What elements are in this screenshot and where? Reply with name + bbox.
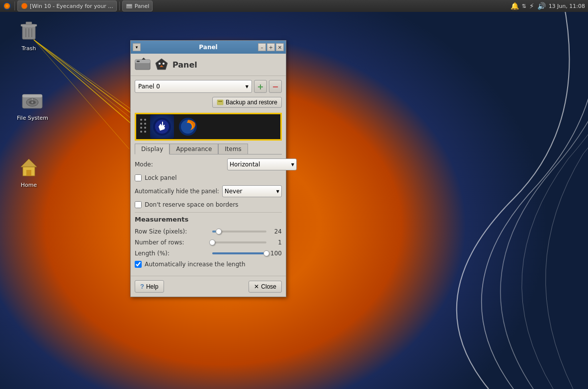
trash-icon-label: Trash — [21, 45, 36, 52]
lock-panel-row: Lock panel — [135, 174, 282, 181]
tab-appearance-label: Appearance — [176, 146, 212, 153]
mode-row: Mode: Horizontal ▼ — [135, 158, 282, 170]
autohide-row: Automatically hide the panel: Never ▼ — [135, 185, 282, 197]
svg-point-38 — [140, 119, 142, 121]
svg-point-44 — [140, 131, 142, 133]
autohide-value: Never — [225, 188, 243, 195]
network-icon[interactable]: ⇅ — [522, 3, 526, 9]
reserve-space-row: Don't reserve space on borders — [135, 201, 282, 208]
mode-label: Mode: — [135, 161, 224, 168]
tab-items[interactable]: Items — [218, 144, 248, 154]
mode-dropdown[interactable]: Horizontal ▼ — [227, 158, 297, 170]
panel-preview — [135, 113, 282, 141]
taskbar-window-panel-title: Panel — [135, 3, 150, 9]
taskbar-window-panel[interactable]: Panel — [122, 0, 153, 11]
svg-point-43 — [144, 127, 146, 129]
svg-point-23 — [31, 101, 33, 103]
svg-point-34 — [163, 63, 165, 65]
length-fill — [212, 252, 266, 254]
mode-value: Horizontal — [230, 161, 260, 168]
length-thumb[interactable] — [263, 250, 269, 256]
panel-add-button[interactable]: + — [254, 80, 267, 93]
svg-point-50 — [184, 123, 192, 131]
dialog-footer: ? Help ✕ Close — [131, 276, 286, 297]
panel-selector-arrow: ▼ — [246, 84, 249, 89]
panel-dialog: ▾ Panel – + ✕ — [130, 40, 286, 297]
desktop: [Win 10 - Eyecandy for your ... Panel 🔔 … — [0, 0, 588, 389]
dialog-header: Panel — [131, 54, 286, 76]
length-value: 100 — [269, 250, 282, 257]
svg-point-33 — [159, 63, 161, 65]
measurements-header: Measurements — [135, 216, 282, 223]
auto-length-checkbox[interactable] — [135, 261, 142, 268]
tab-appearance[interactable]: Appearance — [169, 144, 218, 154]
help-icon: ? — [140, 283, 144, 290]
desktop-icon-home[interactable]: Home — [15, 154, 43, 190]
svg-point-39 — [144, 119, 146, 121]
preview-grid-icon — [138, 115, 148, 139]
row-size-row: Row Size (pixels): 24 — [135, 228, 282, 235]
backup-restore-button[interactable]: Backup and restore — [212, 97, 282, 108]
dialog-menu-button[interactable]: ▾ — [133, 43, 141, 51]
autohide-label: Automatically hide the panel: — [135, 188, 219, 195]
svg-rect-37 — [218, 101, 222, 102]
dialog-minimize-button[interactable]: – — [258, 43, 266, 51]
svg-point-40 — [140, 123, 142, 125]
panel-selector-value: Panel 0 — [138, 83, 160, 90]
svg-marker-32 — [156, 59, 168, 70]
taskbar-clock: 13 Jun, 11:08 — [549, 3, 585, 9]
svg-rect-15 — [26, 22, 32, 25]
close-button[interactable]: ✕ Close — [249, 281, 282, 293]
row-size-value: 24 — [269, 228, 282, 235]
panel-selector-row: Panel 0 ▼ + − — [135, 80, 282, 93]
trash-icon — [17, 19, 41, 43]
dialog-body: Panel 0 ▼ + − Backup and restore — [131, 76, 286, 276]
dialog-titlebar: ▾ Panel – + ✕ — [131, 41, 286, 54]
power-icon[interactable]: ⚡ — [529, 2, 534, 10]
desktop-icon-filesystem[interactable]: File System — [15, 87, 50, 123]
svg-rect-11 — [127, 4, 132, 6]
preview-cursor-icon — [150, 115, 174, 139]
autohide-dropdown[interactable]: Never ▼ — [222, 185, 282, 197]
dialog-maximize-button[interactable]: + — [267, 43, 275, 51]
dialog-header-title: Panel — [172, 60, 197, 70]
autohide-arrow: ▼ — [276, 189, 279, 194]
lock-panel-label: Lock panel — [145, 174, 176, 181]
help-button[interactable]: ? Help — [135, 280, 164, 293]
lock-panel-checkbox[interactable] — [135, 174, 142, 181]
dialog-close-button[interactable]: ✕ — [276, 43, 284, 51]
svg-rect-30 — [137, 61, 140, 62]
backup-icon — [217, 99, 224, 106]
dialog-tabs: Display Appearance Items — [135, 144, 282, 155]
row-size-slider-container — [212, 228, 266, 235]
svg-point-42 — [140, 127, 142, 129]
notification-icon[interactable]: 🔔 — [510, 2, 519, 10]
reserve-space-checkbox[interactable] — [135, 201, 142, 208]
num-rows-track — [212, 241, 266, 243]
panel-selector-dropdown[interactable]: Panel 0 ▼ — [135, 80, 252, 93]
panel-remove-button[interactable]: − — [269, 80, 282, 93]
tab-items-label: Items — [225, 146, 242, 153]
num-rows-thumb[interactable] — [209, 239, 215, 245]
dialog-header-icon-bird — [155, 57, 168, 73]
dialog-title: Panel — [199, 44, 217, 51]
row-size-label: Row Size (pixels): — [135, 228, 209, 235]
row-size-thumb[interactable] — [216, 229, 222, 234]
tab-display[interactable]: Display — [135, 144, 169, 155]
home-icon — [17, 156, 41, 180]
dialog-title-buttons: – + ✕ — [258, 43, 284, 51]
home-icon-label: Home — [21, 182, 37, 188]
desktop-icon-trash[interactable]: Trash — [15, 17, 43, 54]
taskbar-window-browser-title: [Win 10 - Eyecandy for your ... — [30, 3, 113, 9]
num-rows-row: Number of rows: 1 — [135, 239, 282, 246]
dialog-titlebar-left: ▾ — [133, 43, 141, 51]
svg-marker-25 — [21, 159, 37, 167]
num-rows-slider-container — [212, 239, 266, 246]
volume-icon[interactable]: 🔊 — [537, 2, 546, 10]
close-icon: ✕ — [254, 283, 259, 290]
length-label: Length (%): — [135, 250, 209, 257]
taskbar-window-browser[interactable]: [Win 10 - Eyecandy for your ... — [17, 0, 117, 11]
taskbar-launcher-icon[interactable] — [2, 1, 12, 11]
svg-point-9 — [22, 4, 26, 8]
reserve-space-label: Don't reserve space on borders — [145, 201, 239, 208]
